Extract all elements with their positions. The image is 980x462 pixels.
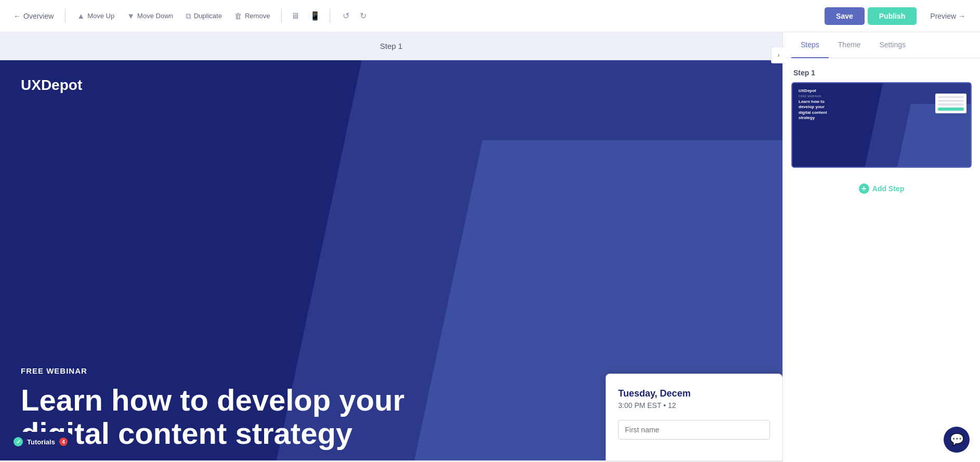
- thumb-label: FREE WEBINAR: [799, 95, 835, 98]
- panel-date: Tuesday, Decem: [618, 388, 770, 399]
- tab-settings[interactable]: Settings: [870, 32, 915, 58]
- main-layout: Step 1 UXDepot FREE WEBINAR Learn how to…: [0, 32, 980, 462]
- panel-time: 3:00 PM EST • 12: [618, 401, 770, 410]
- sidebar-step-label: Step 1: [783, 58, 980, 82]
- add-step-button[interactable]: + Add Step: [783, 176, 980, 201]
- page-brand: UXDepot: [21, 77, 82, 94]
- toolbar-separator3: [330, 9, 330, 23]
- overview-button[interactable]: ← Overview: [8, 9, 59, 23]
- duplicate-button[interactable]: ⧉ Duplicate: [180, 8, 227, 24]
- preview-button[interactable]: Preview →: [924, 7, 972, 25]
- tutorials-check-icon: ✓: [14, 437, 23, 446]
- add-step-icon: +: [859, 183, 869, 194]
- toolbar-left: ← Overview ▲ Move Up ▼ Move Down ⧉ Dupli…: [8, 8, 373, 24]
- trash-icon: 🗑: [234, 11, 242, 20]
- desktop-view-button[interactable]: 🖥: [288, 8, 303, 24]
- undo-redo: ↺ ↻: [338, 8, 371, 24]
- webinar-tag: FREE WEBINAR: [21, 366, 490, 375]
- page-preview: UXDepot FREE WEBINAR Learn how to develo…: [0, 60, 782, 460]
- thumb-title: Learn how to develop your digital conten…: [799, 99, 835, 121]
- step-bar: Step 1: [0, 32, 782, 60]
- tutorials-badge[interactable]: ✓ Tutorials 4: [6, 432, 75, 452]
- publish-button[interactable]: Publish: [868, 7, 917, 25]
- chat-icon: 💬: [950, 433, 964, 446]
- firstname-input[interactable]: [618, 420, 770, 440]
- tab-theme[interactable]: Theme: [829, 32, 870, 58]
- remove-button[interactable]: 🗑 Remove: [229, 8, 275, 23]
- duplicate-icon: ⧉: [186, 11, 191, 21]
- step-label: Step 1: [380, 42, 402, 50]
- move-down-button[interactable]: ▼ Move Down: [122, 8, 178, 23]
- thumb-diagonal-2: [897, 104, 971, 167]
- thumb-form-register-btn: [938, 108, 964, 111]
- thumb-form-line-2: [938, 100, 964, 102]
- device-toggle: 🖥 📱: [288, 8, 323, 24]
- undo-button[interactable]: ↺: [338, 8, 354, 24]
- toolbar: ← Overview ▲ Move Up ▼ Move Down ⧉ Dupli…: [0, 0, 980, 32]
- page-main-title: Learn how to develop your digital conten…: [21, 384, 490, 450]
- add-step-label: Add Step: [872, 184, 904, 193]
- page-left-content: FREE WEBINAR Learn how to develop your d…: [21, 366, 490, 460]
- sidebar-tabs: Steps Theme Settings: [783, 32, 980, 58]
- right-sidebar: Steps Theme Settings Step 1 UXDepot FREE…: [782, 32, 980, 462]
- thumb-form-line-3: [938, 103, 964, 105]
- tab-steps[interactable]: Steps: [791, 32, 829, 58]
- thumb-form-line-1: [938, 96, 964, 98]
- chat-widget-button[interactable]: 💬: [944, 427, 970, 453]
- tutorials-label: Tutorials: [27, 438, 55, 446]
- arrow-left-icon: ←: [14, 12, 21, 20]
- tutorials-count: 4: [59, 438, 68, 446]
- move-up-icon: ▲: [77, 11, 85, 20]
- toolbar-separator2: [281, 9, 282, 23]
- thumb-background: UXDepot FREE WEBINAR Learn how to develo…: [792, 83, 971, 167]
- step-thumbnail[interactable]: UXDepot FREE WEBINAR Learn how to develo…: [791, 82, 972, 168]
- thumb-brand: UXDepot: [799, 88, 835, 93]
- sidebar-collapse-button[interactable]: ›: [771, 47, 786, 63]
- toolbar-separator: [65, 9, 66, 23]
- move-down-label: Move Down: [137, 12, 173, 20]
- overview-label: Overview: [23, 12, 54, 20]
- duplicate-label: Duplicate: [194, 12, 222, 20]
- page-right-panel: Tuesday, Decem 3:00 PM EST • 12: [606, 374, 782, 460]
- thumb-content: UXDepot FREE WEBINAR Learn how to develo…: [799, 88, 835, 121]
- move-up-label: Move Up: [87, 12, 114, 20]
- save-button[interactable]: Save: [825, 7, 865, 25]
- redo-button[interactable]: ↻: [356, 8, 371, 24]
- canvas-area: Step 1 UXDepot FREE WEBINAR Learn how to…: [0, 32, 782, 462]
- mobile-view-button[interactable]: 📱: [307, 8, 323, 24]
- move-down-icon: ▼: [127, 11, 135, 20]
- thumb-form: [935, 94, 966, 113]
- move-up-button[interactable]: ▲ Move Up: [72, 8, 120, 23]
- remove-label: Remove: [245, 12, 270, 20]
